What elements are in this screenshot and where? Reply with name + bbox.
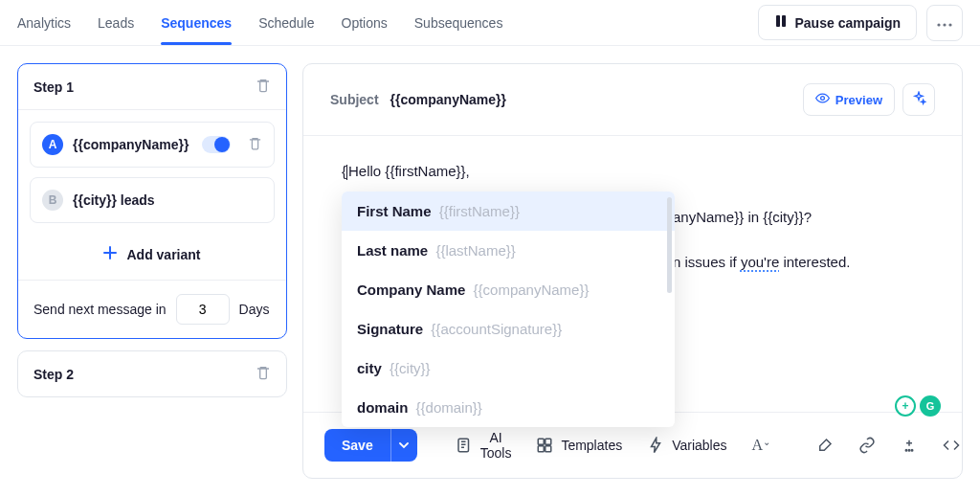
subject-label: Subject: [330, 92, 379, 107]
dd-label: First Name: [357, 203, 432, 219]
svg-rect-9: [539, 446, 545, 452]
dd-label: domain: [357, 399, 408, 416]
ai-tools-button[interactable]: AI Tools: [448, 424, 520, 466]
dd-label: city: [357, 360, 382, 376]
dropdown-item-firstname[interactable]: First Name {{firstName}}: [342, 192, 675, 231]
more-menu-button[interactable]: [926, 5, 963, 41]
dropdown-item-domain[interactable]: domain {{domain}}: [342, 388, 675, 427]
tab-schedule[interactable]: Schedule: [258, 2, 314, 44]
subject-value[interactable]: {{companyName}}: [390, 92, 506, 107]
code-icon: [943, 437, 960, 454]
grammarly-underline[interactable]: you're: [741, 254, 779, 270]
font-size-icon: A⌄: [752, 437, 771, 454]
grammarly-add-icon: +: [895, 395, 916, 417]
subject-row: Subject {{companyName}} Preview: [303, 64, 962, 136]
templates-button[interactable]: Templates: [528, 431, 630, 460]
tab-leads[interactable]: Leads: [98, 2, 134, 44]
dropdown-item-signature[interactable]: Signature {{accountSignature}}: [342, 309, 675, 349]
preview-button[interactable]: Preview: [803, 83, 895, 116]
variable-dropdown: First Name {{firstName}} Last name {{las…: [342, 192, 675, 427]
tab-analytics[interactable]: Analytics: [17, 2, 71, 44]
text-cursor: [346, 165, 347, 180]
svg-point-5: [820, 97, 824, 101]
steps-sidebar: Step 1 A {{companyName}} B {{city}} lead…: [17, 63, 287, 479]
top-nav: Analytics Leads Sequences Schedule Optio…: [0, 0, 980, 46]
svg-point-12: [908, 450, 910, 452]
dd-token: {{domain}}: [416, 399, 482, 416]
add-variant-label: Add variant: [126, 247, 200, 262]
plus-dots-icon: [901, 437, 918, 454]
eye-icon: [815, 91, 830, 108]
dd-token: {{accountSignature}}: [431, 321, 562, 337]
dropdown-item-city[interactable]: city {{city}}: [342, 349, 675, 388]
svg-rect-1: [782, 15, 786, 27]
body-line-3a: n issues if: [673, 254, 741, 270]
svg-rect-0: [776, 15, 780, 27]
insert-button[interactable]: [893, 431, 925, 460]
svg-rect-7: [539, 439, 545, 444]
dropdown-scrollbar[interactable]: [667, 197, 672, 293]
delete-step-1-button[interactable]: [256, 78, 271, 96]
variant-b-title: {{city}} leads: [73, 192, 155, 208]
dropdown-item-lastname[interactable]: Last name {{lastName}}: [342, 231, 675, 270]
step-2-card[interactable]: Step 2: [17, 350, 287, 397]
tab-subsequences[interactable]: Subsequences: [414, 2, 503, 44]
delete-step-2-button[interactable]: [256, 365, 271, 383]
delete-variant-a-button[interactable]: [248, 136, 262, 153]
preview-label: Preview: [835, 93, 882, 107]
dd-token: {{firstName}}: [439, 203, 520, 219]
svg-point-3: [943, 23, 946, 26]
step-1-card[interactable]: Step 1 A {{companyName}} B {{city}} lead…: [17, 63, 287, 339]
save-button[interactable]: Save: [324, 429, 390, 462]
tab-options[interactable]: Options: [342, 2, 388, 44]
email-editor: Subject {{companyName}} Preview: [302, 63, 963, 479]
svg-point-13: [911, 450, 913, 452]
dd-token: {{city}}: [390, 360, 431, 376]
step-1-title: Step 1: [33, 79, 74, 95]
email-body[interactable]: {Hello {{firstName}}, anyName}} in {{cit…: [303, 136, 962, 412]
ai-tools-label: AI Tools: [480, 430, 512, 461]
brush-icon: [816, 437, 834, 454]
variables-label: Variables: [672, 438, 726, 453]
send-next-row: Send next message in Days: [18, 280, 286, 338]
clear-format-button[interactable]: [809, 431, 841, 460]
grammarly-widget[interactable]: + G: [895, 395, 941, 417]
nav-tabs: Analytics Leads Sequences Schedule Optio…: [17, 2, 502, 44]
variant-a-toggle[interactable]: [202, 136, 231, 153]
templates-label: Templates: [561, 438, 622, 453]
variant-b[interactable]: B {{city}} leads: [30, 177, 275, 223]
variant-b-badge: B: [42, 190, 63, 211]
dd-label: Last name: [357, 242, 428, 259]
tab-sequences[interactable]: Sequences: [161, 2, 232, 44]
send-next-suffix: Days: [239, 302, 270, 317]
dd-token: {{lastName}}: [435, 242, 515, 259]
svg-point-2: [937, 23, 940, 26]
add-variant-button[interactable]: Add variant: [30, 233, 275, 268]
dd-label: Company Name: [357, 282, 465, 298]
insert-link-button[interactable]: [851, 431, 883, 460]
variables-button[interactable]: Variables: [639, 431, 734, 460]
variant-a[interactable]: A {{companyName}}: [30, 122, 275, 168]
ellipsis-icon: [937, 15, 952, 30]
chevron-down-icon: [399, 439, 409, 453]
ai-sparkle-button[interactable]: [902, 83, 935, 116]
svg-rect-10: [546, 446, 551, 452]
step-2-title: Step 2: [33, 367, 74, 382]
dd-token: {{companyName}}: [474, 282, 590, 298]
link-icon: [858, 437, 876, 454]
svg-rect-8: [546, 439, 551, 444]
send-next-prefix: Send next message in: [33, 302, 167, 317]
pause-campaign-button[interactable]: Pause campaign: [758, 5, 918, 40]
templates-icon: [536, 437, 553, 454]
send-next-days-input[interactable]: [176, 294, 230, 325]
dropdown-item-companyname[interactable]: Company Name {{companyName}}: [342, 270, 675, 309]
svg-point-4: [948, 23, 951, 26]
grammarly-icon: G: [920, 395, 941, 417]
save-dropdown-button[interactable]: [390, 429, 417, 462]
variables-icon: [647, 437, 664, 454]
variant-a-badge: A: [42, 134, 63, 155]
code-view-button[interactable]: [935, 431, 968, 460]
pause-label: Pause campaign: [795, 15, 902, 31]
font-size-button[interactable]: A⌄: [745, 431, 779, 460]
body-line-1: {Hello {{firstName}},: [342, 159, 935, 184]
